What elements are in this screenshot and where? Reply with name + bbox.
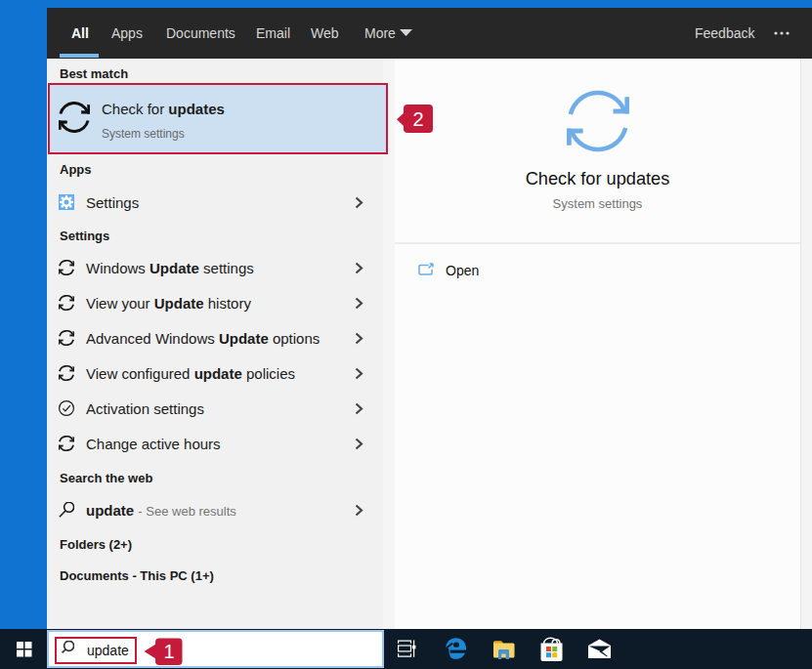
svg-text:1: 1	[163, 641, 174, 662]
svg-text:2: 2	[412, 108, 423, 130]
